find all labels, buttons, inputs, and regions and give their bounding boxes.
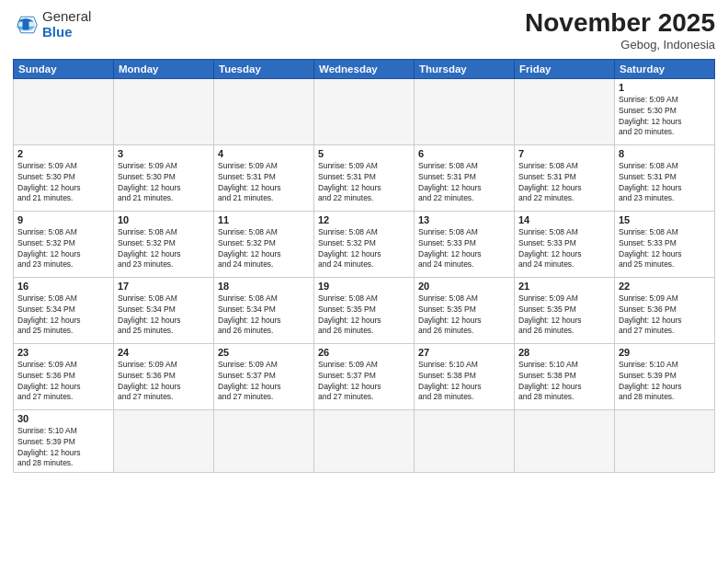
day-number: 26 — [318, 347, 410, 358]
day-info: Sunrise: 5:09 AM Sunset: 5:36 PM Dayligh… — [118, 360, 210, 404]
day-cell: 8Sunrise: 5:08 AM Sunset: 5:31 PM Daylig… — [615, 144, 715, 211]
day-cell: 3Sunrise: 5:09 AM Sunset: 5:30 PM Daylig… — [114, 144, 214, 211]
day-number: 27 — [418, 347, 510, 358]
day-number: 28 — [518, 347, 610, 358]
day-info: Sunrise: 5:08 AM Sunset: 5:34 PM Dayligh… — [17, 293, 109, 338]
day-cell: 24Sunrise: 5:09 AM Sunset: 5:36 PM Dayli… — [114, 343, 214, 409]
day-cell — [114, 409, 214, 473]
weekday-wednesday: Wednesday — [314, 59, 415, 78]
day-info: Sunrise: 5:08 AM Sunset: 5:35 PM Dayligh… — [318, 293, 410, 338]
day-info: Sunrise: 5:09 AM Sunset: 5:30 PM Dayligh… — [118, 161, 210, 205]
day-cell: 13Sunrise: 5:08 AM Sunset: 5:33 PM Dayli… — [415, 211, 515, 277]
day-info: Sunrise: 5:08 AM Sunset: 5:33 PM Dayligh… — [619, 227, 711, 271]
day-info: Sunrise: 5:09 AM Sunset: 5:36 PM Dayligh… — [619, 293, 711, 338]
day-cell: 17Sunrise: 5:08 AM Sunset: 5:34 PM Dayli… — [114, 277, 214, 343]
day-cell — [214, 78, 314, 144]
week-row-0: 1Sunrise: 5:09 AM Sunset: 5:30 PM Daylig… — [14, 78, 715, 144]
day-info: Sunrise: 5:08 AM Sunset: 5:34 PM Dayligh… — [118, 293, 210, 338]
day-info: Sunrise: 5:10 AM Sunset: 5:39 PM Dayligh… — [619, 360, 711, 404]
day-cell — [415, 78, 515, 144]
day-cell: 5Sunrise: 5:09 AM Sunset: 5:31 PM Daylig… — [314, 144, 415, 211]
week-row-3: 16Sunrise: 5:08 AM Sunset: 5:34 PM Dayli… — [14, 277, 715, 343]
day-info: Sunrise: 5:08 AM Sunset: 5:35 PM Dayligh… — [418, 293, 510, 338]
day-cell — [14, 78, 114, 144]
day-cell: 21Sunrise: 5:09 AM Sunset: 5:35 PM Dayli… — [515, 277, 615, 343]
week-row-1: 2Sunrise: 5:09 AM Sunset: 5:30 PM Daylig… — [14, 144, 715, 211]
day-cell: 4Sunrise: 5:09 AM Sunset: 5:31 PM Daylig… — [214, 144, 314, 211]
day-info: Sunrise: 5:09 AM Sunset: 5:30 PM Dayligh… — [17, 161, 109, 205]
day-info: Sunrise: 5:09 AM Sunset: 5:36 PM Dayligh… — [17, 360, 109, 404]
day-number: 21 — [518, 281, 610, 292]
logo-general: General Blue — [42, 9, 91, 40]
day-info: Sunrise: 5:09 AM Sunset: 5:31 PM Dayligh… — [318, 161, 410, 205]
header: General Blue November 2025 Gebog, Indone… — [13, 9, 715, 52]
day-number: 13 — [418, 214, 510, 225]
day-number: 7 — [518, 148, 610, 159]
day-cell: 22Sunrise: 5:09 AM Sunset: 5:36 PM Dayli… — [615, 277, 715, 343]
weekday-header-row: SundayMondayTuesdayWednesdayThursdayFrid… — [14, 59, 715, 78]
day-cell: 29Sunrise: 5:10 AM Sunset: 5:39 PM Dayli… — [615, 343, 715, 409]
day-info: Sunrise: 5:08 AM Sunset: 5:31 PM Dayligh… — [619, 161, 711, 205]
day-info: Sunrise: 5:08 AM Sunset: 5:32 PM Dayligh… — [318, 227, 410, 271]
day-info: Sunrise: 5:08 AM Sunset: 5:33 PM Dayligh… — [518, 227, 610, 271]
day-info: Sunrise: 5:08 AM Sunset: 5:33 PM Dayligh… — [418, 227, 510, 271]
day-cell: 2Sunrise: 5:09 AM Sunset: 5:30 PM Daylig… — [14, 144, 114, 211]
day-number: 15 — [619, 214, 711, 225]
day-cell: 18Sunrise: 5:08 AM Sunset: 5:34 PM Dayli… — [214, 277, 314, 343]
day-cell: 14Sunrise: 5:08 AM Sunset: 5:33 PM Dayli… — [515, 211, 615, 277]
day-number: 9 — [17, 214, 109, 225]
page: General Blue November 2025 Gebog, Indone… — [0, 0, 728, 563]
day-cell — [515, 409, 615, 473]
day-cell: 11Sunrise: 5:08 AM Sunset: 5:32 PM Dayli… — [214, 211, 314, 277]
day-info: Sunrise: 5:08 AM Sunset: 5:31 PM Dayligh… — [418, 161, 510, 205]
weekday-monday: Monday — [114, 59, 214, 78]
day-number: 2 — [17, 148, 109, 159]
week-row-5: 30Sunrise: 5:10 AM Sunset: 5:39 PM Dayli… — [14, 409, 715, 473]
day-number: 20 — [418, 281, 510, 292]
day-info: Sunrise: 5:08 AM Sunset: 5:32 PM Dayligh… — [17, 227, 109, 271]
day-number: 30 — [17, 413, 109, 424]
day-number: 5 — [318, 148, 410, 159]
day-number: 17 — [118, 281, 210, 292]
day-cell — [214, 409, 314, 473]
week-row-4: 23Sunrise: 5:09 AM Sunset: 5:36 PM Dayli… — [14, 343, 715, 409]
calendar: SundayMondayTuesdayWednesdayThursdayFrid… — [13, 59, 715, 474]
weekday-sunday: Sunday — [14, 59, 114, 78]
svg-rect-2 — [23, 19, 29, 29]
day-number: 8 — [619, 148, 711, 159]
title-block: November 2025 Gebog, Indonesia — [525, 9, 715, 52]
day-cell — [314, 78, 415, 144]
day-cell: 25Sunrise: 5:09 AM Sunset: 5:37 PM Dayli… — [214, 343, 314, 409]
day-number: 4 — [218, 148, 310, 159]
day-number: 18 — [218, 281, 310, 292]
subtitle: Gebog, Indonesia — [525, 38, 715, 52]
logo: General Blue — [13, 9, 91, 40]
logo-icon — [13, 12, 39, 38]
day-info: Sunrise: 5:10 AM Sunset: 5:39 PM Dayligh… — [17, 426, 109, 470]
day-info: Sunrise: 5:10 AM Sunset: 5:38 PM Dayligh… — [518, 360, 610, 404]
day-number: 25 — [218, 347, 310, 358]
day-number: 12 — [318, 214, 410, 225]
weekday-saturday: Saturday — [615, 59, 715, 78]
day-cell: 7Sunrise: 5:08 AM Sunset: 5:31 PM Daylig… — [515, 144, 615, 211]
day-cell: 27Sunrise: 5:10 AM Sunset: 5:38 PM Dayli… — [415, 343, 515, 409]
day-cell: 20Sunrise: 5:08 AM Sunset: 5:35 PM Dayli… — [415, 277, 515, 343]
day-info: Sunrise: 5:10 AM Sunset: 5:38 PM Dayligh… — [418, 360, 510, 404]
day-info: Sunrise: 5:08 AM Sunset: 5:32 PM Dayligh… — [218, 227, 310, 271]
day-cell: 28Sunrise: 5:10 AM Sunset: 5:38 PM Dayli… — [515, 343, 615, 409]
day-cell: 9Sunrise: 5:08 AM Sunset: 5:32 PM Daylig… — [14, 211, 114, 277]
weekday-friday: Friday — [515, 59, 615, 78]
weekday-thursday: Thursday — [415, 59, 515, 78]
day-number: 19 — [318, 281, 410, 292]
day-cell: 30Sunrise: 5:10 AM Sunset: 5:39 PM Dayli… — [14, 409, 114, 473]
day-cell: 26Sunrise: 5:09 AM Sunset: 5:37 PM Dayli… — [314, 343, 415, 409]
logo-text: General Blue — [42, 9, 91, 40]
day-number: 14 — [518, 214, 610, 225]
day-number: 6 — [418, 148, 510, 159]
day-info: Sunrise: 5:08 AM Sunset: 5:34 PM Dayligh… — [218, 293, 310, 338]
day-cell: 19Sunrise: 5:08 AM Sunset: 5:35 PM Dayli… — [314, 277, 415, 343]
day-number: 10 — [118, 214, 210, 225]
day-number: 11 — [218, 214, 310, 225]
day-info: Sunrise: 5:09 AM Sunset: 5:37 PM Dayligh… — [218, 360, 310, 404]
day-cell: 10Sunrise: 5:08 AM Sunset: 5:32 PM Dayli… — [114, 211, 214, 277]
